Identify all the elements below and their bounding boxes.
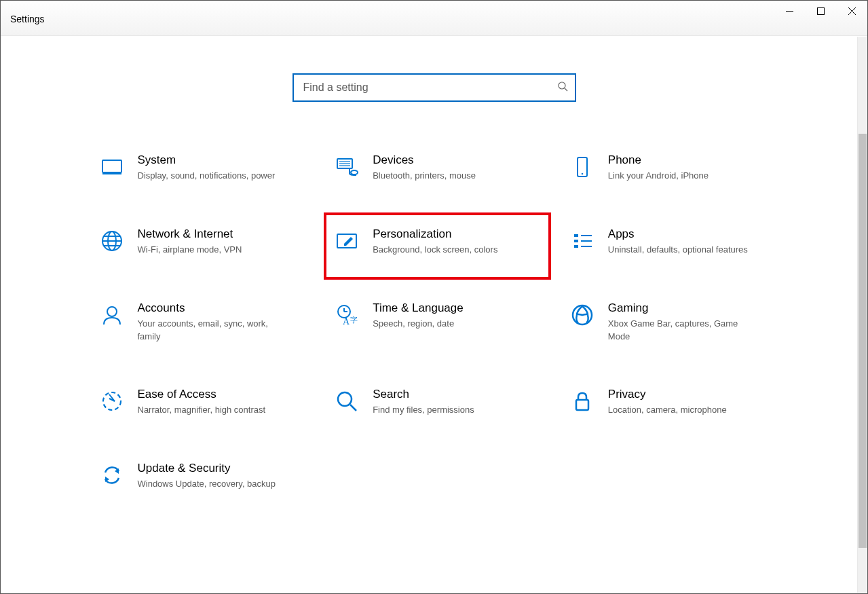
category-text: Ease of AccessNarrator, magnifier, high … (138, 388, 308, 417)
category-title: Accounts (138, 301, 308, 315)
category-text: SystemDisplay, sound, notifications, pow… (138, 153, 308, 183)
category-description: Wi-Fi, airplane mode, VPN (138, 244, 280, 257)
phone-icon (567, 153, 597, 179)
category-description: Background, lock screen, colors (373, 244, 515, 257)
category-title: Devices (373, 153, 543, 167)
category-text: Time & LanguageSpeech, region, date (373, 301, 543, 331)
category-description: Find my files, permissions (373, 404, 515, 417)
category-description: Your accounts, email, sync, work, family (138, 318, 280, 344)
category-title: Phone (608, 153, 778, 167)
category-description: Xbox Game Bar, captures, Game Mode (608, 318, 751, 344)
scrollbar-thumb[interactable] (858, 134, 867, 548)
category-title: Ease of Access (138, 388, 308, 401)
category-system[interactable]: SystemDisplay, sound, notifications, pow… (92, 149, 314, 187)
update-icon (97, 462, 127, 487)
category-text: Update & SecurityWindows Update, recover… (138, 462, 308, 491)
category-apps[interactable]: AppsUninstall, defaults, optional featur… (562, 223, 784, 261)
search-box[interactable] (293, 73, 576, 102)
category-personalization[interactable]: PersonalizationBackground, lock screen, … (324, 212, 551, 280)
network-icon (97, 227, 127, 253)
searchcat-icon (332, 388, 362, 413)
privacy-icon (567, 388, 597, 413)
personalization-icon (332, 227, 362, 253)
maximize-button[interactable] (805, 1, 836, 21)
window-controls (774, 1, 867, 35)
category-title: Search (373, 388, 543, 401)
category-text: AccountsYour accounts, email, sync, work… (138, 301, 308, 344)
category-gaming[interactable]: GamingXbox Game Bar, captures, Game Mode (562, 297, 784, 348)
category-text: SearchFind my files, permissions (373, 388, 543, 417)
minimize-button[interactable] (774, 1, 805, 21)
category-search[interactable]: SearchFind my files, permissions (326, 384, 548, 421)
category-phone[interactable]: PhoneLink your Android, iPhone (562, 149, 784, 187)
category-title: Network & Internet (138, 227, 308, 241)
category-text: AppsUninstall, defaults, optional featur… (608, 227, 778, 257)
accounts-icon (97, 301, 127, 327)
category-text: GamingXbox Game Bar, captures, Game Mode (608, 301, 778, 344)
content-area: SystemDisplay, sound, notifications, pow… (1, 36, 867, 495)
category-update[interactable]: Update & SecurityWindows Update, recover… (92, 458, 314, 495)
category-time[interactable]: Time & LanguageSpeech, region, date (326, 297, 548, 348)
category-text: Network & InternetWi-Fi, airplane mode, … (138, 227, 308, 257)
titlebar: Settings (1, 1, 867, 36)
category-accounts[interactable]: AccountsYour accounts, email, sync, work… (92, 297, 314, 348)
category-text: PhoneLink your Android, iPhone (608, 153, 778, 183)
gaming-icon (567, 301, 597, 327)
window-title: Settings (10, 12, 45, 24)
category-title: System (138, 153, 308, 167)
ease-icon (97, 388, 127, 413)
category-title: Gaming (608, 301, 778, 315)
category-description: Link your Android, iPhone (608, 170, 751, 183)
category-text: PersonalizationBackground, lock screen, … (373, 227, 543, 257)
category-description: Display, sound, notifications, power (138, 170, 280, 183)
category-description: Windows Update, recovery, backup (138, 478, 280, 491)
system-icon (97, 153, 127, 179)
category-privacy[interactable]: PrivacyLocation, camera, microphone (562, 384, 784, 421)
categories-grid: SystemDisplay, sound, notifications, pow… (92, 149, 784, 495)
category-title: Apps (608, 227, 778, 241)
category-title: Privacy (608, 388, 778, 401)
category-title: Update & Security (138, 462, 308, 475)
close-button[interactable] (836, 1, 867, 21)
time-icon (332, 301, 362, 327)
category-title: Personalization (373, 227, 543, 241)
category-devices[interactable]: DevicesBluetooth, printers, mouse (326, 149, 548, 187)
search-input[interactable] (302, 81, 557, 94)
category-description: Uninstall, defaults, optional features (608, 244, 751, 257)
category-ease[interactable]: Ease of AccessNarrator, magnifier, high … (92, 384, 314, 421)
svg-point-4 (559, 82, 565, 89)
category-description: Location, camera, microphone (608, 404, 751, 417)
category-description: Speech, region, date (373, 318, 515, 331)
apps-icon (567, 227, 597, 253)
svg-rect-1 (817, 7, 824, 14)
svg-line-5 (565, 88, 567, 91)
category-text: PrivacyLocation, camera, microphone (608, 388, 778, 417)
search-icon (557, 81, 568, 94)
category-description: Narrator, magnifier, high contrast (138, 404, 280, 417)
category-title: Time & Language (373, 301, 543, 315)
category-network[interactable]: Network & InternetWi-Fi, airplane mode, … (92, 223, 314, 261)
category-description: Bluetooth, printers, mouse (373, 170, 515, 183)
category-text: DevicesBluetooth, printers, mouse (373, 153, 543, 183)
devices-icon (332, 153, 362, 179)
